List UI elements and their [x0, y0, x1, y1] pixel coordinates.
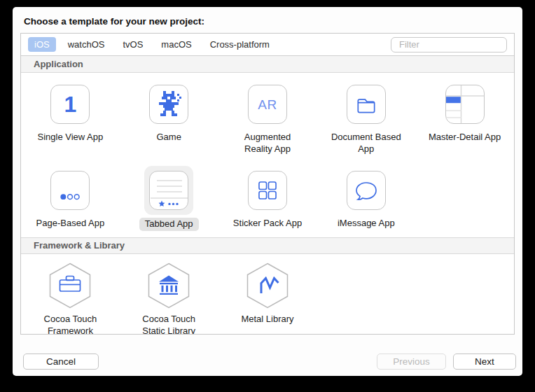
template-label: Single View App — [38, 132, 104, 144]
section-header-framework-library: Framework & Library — [21, 237, 514, 254]
folder-icon — [354, 92, 378, 116]
template-single-view-app[interactable]: 1 Single View App — [21, 74, 120, 160]
cancel-button[interactable]: Cancel — [23, 354, 99, 370]
platform-tabbar: iOS watchOS tvOS macOS Cross-platform — [21, 34, 514, 56]
template-chooser-panel: iOS watchOS tvOS macOS Cross-platform Ap… — [20, 33, 515, 335]
dialog-footer: Cancel Previous Next — [13, 354, 522, 370]
section-header-application: Application — [21, 56, 514, 73]
template-label: Sticker Pack App — [233, 218, 302, 230]
template-label: Cocoa Touch Framework — [35, 314, 105, 335]
template-metal-library[interactable]: Metal Library — [218, 255, 317, 335]
template-game[interactable]: Game — [120, 74, 218, 160]
template-page-based-app[interactable]: Page-Based App — [21, 160, 120, 236]
tab-macos[interactable]: macOS — [155, 37, 197, 52]
application-template-grid: 1 Single View App — [21, 73, 514, 237]
template-sticker-pack-app[interactable]: Sticker Pack App — [218, 160, 317, 236]
filter-input[interactable] — [399, 39, 515, 50]
template-master-detail-app[interactable]: Master-Detail App — [415, 74, 514, 160]
tab-ios[interactable]: iOS — [28, 37, 56, 52]
tab-watchos[interactable]: watchOS — [62, 37, 111, 52]
next-button[interactable]: Next — [453, 354, 516, 370]
framework-template-grid: Cocoa Touch Framework Cocoa Touch S — [21, 254, 514, 335]
template-augmented-reality-app[interactable]: AR Augmented Reality App — [218, 74, 317, 160]
new-project-template-dialog: Choose a template for your new project: … — [13, 7, 522, 376]
filter-field[interactable] — [391, 37, 507, 52]
pixel-robot-icon — [155, 90, 183, 118]
speech-bubble-icon — [352, 176, 380, 204]
template-label: Page-Based App — [36, 218, 105, 230]
template-label: Tabbed App — [139, 218, 199, 231]
bank-hexagon-icon — [148, 262, 190, 309]
template-label: Cocoa Touch Static Library — [134, 314, 204, 335]
template-label: iMessage App — [338, 218, 395, 230]
briefcase-hexagon-icon — [49, 262, 91, 309]
ar-letters-icon: AR — [258, 98, 277, 111]
template-imessage-app[interactable]: iMessage App — [317, 160, 415, 236]
template-label: Metal Library — [241, 314, 293, 326]
selection-highlight — [144, 166, 193, 215]
template-label: Augmented Reality App — [232, 132, 303, 155]
template-label: Game — [156, 132, 181, 144]
template-tabbed-app[interactable]: Tabbed App — [120, 160, 218, 236]
tab-tvos[interactable]: tvOS — [116, 37, 149, 52]
previous-button[interactable]: Previous — [377, 354, 446, 370]
page-dots-icon — [51, 171, 89, 210]
template-document-based-app[interactable]: Document Based App — [317, 74, 415, 160]
sticker-grid-icon — [249, 171, 286, 210]
template-cocoa-touch-framework[interactable]: Cocoa Touch Framework — [21, 255, 120, 335]
split-view-icon — [446, 85, 485, 124]
tab-cross-platform[interactable]: Cross-platform — [204, 37, 276, 52]
tab-bar-star-icon — [150, 172, 188, 210]
dialog-title: Choose a template for your new project: — [24, 16, 204, 27]
template-cocoa-touch-static-library[interactable]: Cocoa Touch Static Library — [120, 255, 218, 335]
template-label: Master-Detail App — [429, 132, 501, 144]
template-label: Document Based App — [327, 132, 405, 155]
numeral-one-icon: 1 — [64, 93, 76, 115]
metal-m-hexagon-icon — [246, 262, 289, 309]
